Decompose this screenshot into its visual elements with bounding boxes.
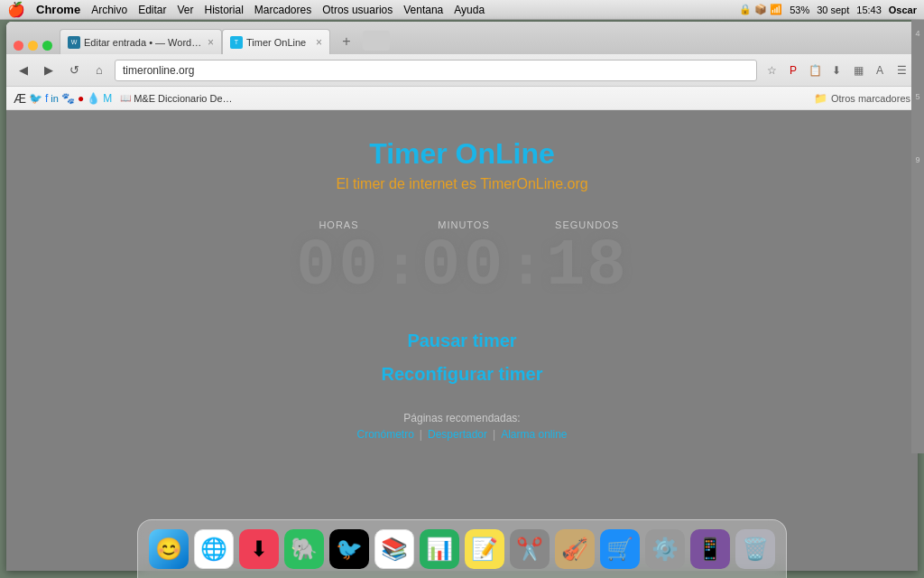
dock-systemprefs[interactable]: ⚙️ [645, 529, 685, 569]
apple-icon[interactable]: 🍎 [7, 1, 25, 18]
pause-timer-btn[interactable]: Pausar timer [407, 331, 516, 351]
despertador-link[interactable]: Despertador [428, 428, 487, 441]
menu-items: Archivo Editar Ver Historial Marcadores … [91, 4, 485, 16]
clip-icon[interactable]: 📋 [806, 61, 824, 79]
alarma-link[interactable]: Alarma online [501, 428, 567, 441]
dock-viber[interactable]: 📱 [690, 529, 730, 569]
translate-icon[interactable]: A [871, 61, 889, 79]
recommended-links: Cronómetro | Despertador | Alarma online [356, 428, 567, 441]
dock-evernote[interactable]: 🐘 [284, 529, 324, 569]
timer-controls: Pausar timer Reconfigurar timer [382, 331, 543, 385]
menu-icon[interactable]: ☰ [892, 61, 910, 79]
dock-numbers[interactable]: 📊 [420, 529, 459, 569]
dock-swiftly[interactable]: 🐦 [329, 529, 369, 569]
dock-chrome[interactable]: 🌐 [194, 529, 234, 569]
menu-editar[interactable]: Editar [138, 4, 166, 16]
scroll-num-1: 4 [915, 29, 919, 38]
forward-btn[interactable]: ▶ [39, 61, 59, 80]
bookmark-me-diccionario[interactable]: 📖 M&E Diccionario De… [116, 91, 236, 106]
tab-favicon-wp: W [68, 36, 80, 49]
bk-icon5[interactable]: 🐾 [61, 92, 75, 105]
grid-icon[interactable]: ▦ [849, 61, 867, 79]
colon-sep-1: : [382, 238, 421, 294]
tab-timer[interactable]: T Timer OnLine × [222, 29, 330, 54]
address-bar: ◀ ▶ ↺ ⌂ ☆ P 📋 ⬇ ▦ A ☰ [6, 54, 918, 87]
bookmark-me-icon: 📖 [120, 93, 131, 103]
colon-sep-2: : [506, 238, 546, 294]
menu-ayuda[interactable]: Ayuda [454, 4, 485, 16]
menu-archivo[interactable]: Archivo [91, 4, 127, 16]
profile-name[interactable]: Oscar [889, 5, 917, 15]
new-tab-btn[interactable]: + [334, 29, 359, 54]
chrome-window: W Editar entrada • — WordPr… × T Timer O… [6, 22, 918, 571]
dock-scissors[interactable]: ✂️ [510, 529, 550, 569]
otros-marcadores-label[interactable]: Otros marcadores [831, 93, 910, 104]
bk-icon4[interactable]: in [51, 93, 59, 104]
seconds-digits: 18 [546, 234, 627, 299]
minimize-window-btn[interactable] [28, 41, 38, 51]
bk-icon1[interactable]: Æ [14, 91, 26, 106]
star-icon[interactable]: ☆ [762, 61, 781, 79]
rec-sep-2: | [493, 428, 495, 441]
maximize-window-btn[interactable] [42, 41, 52, 51]
seconds-unit: SEGUNDOS 18 [546, 219, 627, 299]
bookmark-me-label: M&E Diccionario De… [134, 93, 232, 104]
battery: 53% [790, 5, 809, 15]
bookmarks-right-section: 📁 Otros marcadores [814, 92, 910, 105]
tab-strip-end [363, 31, 390, 51]
back-btn[interactable]: ◀ [14, 61, 33, 80]
menubar: 🍎 Chrome Archivo Editar Ver Historial Ma… [0, 0, 924, 20]
chrome-menu[interactable]: Chrome [36, 3, 80, 16]
dock-violin[interactable]: 🎻 [555, 529, 595, 569]
menu-ver[interactable]: Ver [178, 4, 194, 16]
page-content: Timer OnLine El timer de internet es Tim… [6, 110, 918, 571]
cronometro-link[interactable]: Cronómetro [356, 428, 413, 441]
minutes-unit: MINUTOS 00 [421, 219, 506, 299]
close-window-btn[interactable] [14, 41, 23, 51]
timer-display: HORAS 00 : MINUTOS 00 : SEGUNDOS 18 [296, 219, 628, 299]
bk-icon7[interactable]: 💧 [87, 92, 100, 105]
pinterest-icon[interactable]: P [784, 61, 802, 79]
dock-books[interactable]: 📚 [374, 529, 414, 569]
menu-marcadores[interactable]: Marcadores [254, 4, 311, 16]
menu-otros-usuarios[interactable]: Otros usuarios [322, 4, 393, 16]
tab-close-wp[interactable]: × [208, 36, 214, 49]
recommended-label: Páginas recomendadas: [356, 412, 567, 424]
tab-title-wp: Editar entrada • — WordPr… [84, 37, 204, 48]
menubar-right: 🔒 📦 📶 53% 30 sept 15:43 Oscar [739, 4, 917, 15]
bk-icon8[interactable]: M [103, 92, 112, 105]
dock-pocket[interactable]: ⬇ [239, 529, 279, 569]
pocket-icon[interactable]: ⬇ [827, 61, 845, 79]
date: 30 sept [817, 5, 849, 15]
bk-icon3[interactable]: f [45, 92, 48, 105]
reset-timer-btn[interactable]: Reconfigurar timer [382, 364, 543, 385]
recommended-section: Páginas recomendadas: Cronómetro | Despe… [356, 412, 567, 441]
reload-btn[interactable]: ↺ [64, 61, 84, 80]
dock-finder[interactable]: 😊 [149, 529, 189, 569]
bookmark-icons-row: Æ 🐦 f in 🐾 ● 💧 M [14, 91, 112, 106]
menu-ventana[interactable]: Ventana [403, 4, 443, 16]
dock-notes[interactable]: 📝 [465, 529, 504, 569]
url-input[interactable] [115, 60, 757, 81]
dock-trash[interactable]: 🗑️ [735, 529, 775, 569]
page-subtitle: El timer de internet es TimerOnLine.org [336, 176, 587, 192]
tab-title-timer: Timer OnLine [246, 37, 312, 48]
bk-icon6[interactable]: ● [78, 92, 84, 105]
scroll-num-2: 5 [915, 92, 919, 101]
tab-favicon-timer: T [230, 36, 243, 49]
hours-digits: 00 [296, 234, 381, 299]
bookmarks-bar: Æ 🐦 f in 🐾 ● 💧 M 📖 M&E Diccionario De… 📁… [6, 87, 918, 110]
time: 15:43 [856, 5, 882, 15]
home-btn[interactable]: ⌂ [89, 61, 109, 80]
address-icons: ☆ P 📋 ⬇ ▦ A ☰ [762, 61, 910, 79]
scroll-num-3: 9 [915, 155, 919, 164]
bk-icon2[interactable]: 🐦 [29, 92, 42, 105]
rec-sep-1: | [420, 428, 422, 441]
right-scrollbar: 4 5 9 [911, 20, 924, 453]
folder-icon: 📁 [814, 92, 827, 105]
minutes-digits: 00 [421, 234, 506, 299]
tab-close-timer[interactable]: × [316, 36, 322, 49]
tab-wordpress[interactable]: W Editar entrada • — WordPr… × [60, 29, 222, 54]
dock-appstore[interactable]: 🛒 [600, 529, 640, 569]
menu-historial[interactable]: Historial [205, 4, 244, 16]
